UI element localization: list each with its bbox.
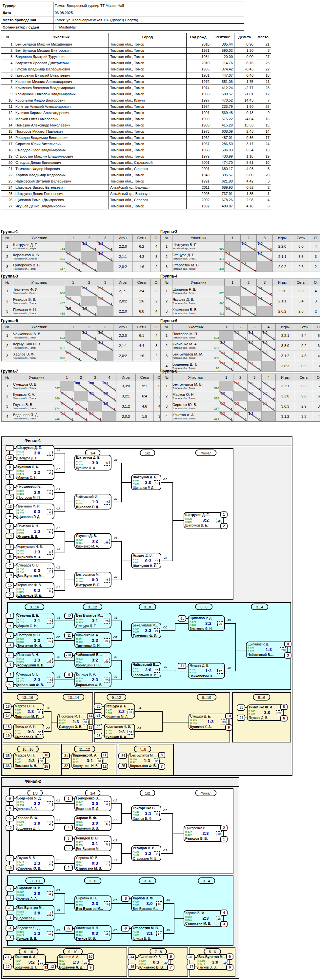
participant-delta: 3.00 — [234, 172, 255, 178]
player-ratings: R:475R:575 — [18, 618, 27, 624]
group-player-sub: Томская обл., Томск385 — [172, 356, 219, 360]
connector-line — [11, 727, 13, 727]
group-points: 3 — [313, 361, 320, 372]
group-title: Группа-5 — [1, 318, 18, 323]
player-rating-top: R:287 — [18, 891, 27, 894]
group-score-cell: 3:12 — [97, 341, 113, 351]
group-score: 3:0 — [248, 341, 253, 345]
connector-line — [102, 715, 104, 716]
connector-line — [65, 570, 65, 591]
player-name-bottom: Помазан А. Н. — [15, 764, 44, 768]
connector-line — [161, 853, 172, 854]
loser-destination-ref: -11 — [56, 799, 60, 802]
participant-row: 13Марков Олег НиколаевичТомская обл., То… — [1, 116, 271, 122]
group-header-cell: О. — [310, 279, 320, 286]
player-name-top: Кириенко М. А. — [76, 633, 110, 637]
connector-line — [174, 918, 184, 919]
seed-badge: 2 — [6, 592, 14, 598]
round-pill: 3...8 — [84, 877, 101, 884]
participant-number: 4 — [1, 60, 14, 66]
group-score: 3:0 — [99, 331, 103, 334]
seed-badge: 6 — [6, 554, 14, 560]
group-player-sub: Томская обл., Томск501 — [13, 346, 65, 350]
connector-line — [11, 756, 13, 756]
round-pill: 3...4 — [251, 603, 268, 610]
connector-line — [14, 868, 16, 868]
match-box: Боденеев Я. Д.R:115R:2343:21Кочетов А. А… — [16, 795, 54, 811]
group-score: 3:1 — [99, 341, 103, 345]
seed-badge: -17 — [186, 964, 195, 970]
connector-line — [121, 630, 131, 631]
match-score: 0:3 — [149, 959, 163, 965]
participant-delta: 3.17 — [234, 141, 255, 147]
player-rating-top: R:385 — [198, 959, 208, 962]
group-score-points: 1 — [72, 418, 73, 421]
info-label: Турнир — [1, 2, 53, 9]
loser-destination-ref: -34 — [137, 706, 141, 710]
group-row-number: 2 — [161, 391, 172, 401]
match-middle: R:622R:4713:025 — [133, 667, 160, 673]
group-self-cell — [234, 341, 248, 351]
group-score-cell: 1:31 — [65, 262, 81, 272]
player-ratings: R:569R:575 — [18, 469, 27, 476]
participant-delta: -2.77 — [234, 85, 255, 91]
seed-badge: 7 — [6, 855, 14, 861]
group-player-region: Алтайский кр., Барн... — [13, 247, 38, 250]
connector-line — [175, 671, 188, 671]
participant-birth-year: 2001 — [186, 166, 211, 172]
group-score-cell: 0:31 — [65, 351, 81, 361]
group-score-points: 2 — [86, 387, 87, 391]
group-player-cell: Григоренко В. В.Томская обл., Томск447 — [13, 262, 65, 272]
group-self-cell — [248, 351, 262, 361]
participant-place: 13 — [255, 147, 271, 153]
group-player-cell: Стецура Д. Е.Томская обл., Стре...475 — [172, 251, 224, 262]
group-score: 0:3 — [220, 412, 225, 415]
player-name-top: Харлов В. Ф. — [185, 911, 222, 915]
group-player-rating: 569 — [55, 397, 60, 400]
group-row-number: 2 — [161, 341, 172, 351]
group-header-cell: Игры — [113, 323, 133, 331]
connector-line — [172, 834, 184, 834]
group-header-cell: 1 — [60, 374, 74, 381]
participant-number: 16 — [1, 135, 14, 141]
player-name-bottom: Куликов К. А. — [105, 735, 134, 739]
match-score: 3:1 — [27, 618, 47, 624]
participant-city: Алтайский кр., Барнаул — [109, 191, 186, 197]
match-number: 33 — [221, 719, 227, 724]
participant-place: 1 — [255, 191, 271, 197]
match-number: 9 — [104, 461, 110, 466]
round-pill: 13...16 — [17, 694, 38, 700]
player-ratings: R:738R:475 — [18, 450, 27, 456]
player-ratings: R:415R:490 — [18, 528, 27, 535]
connector-line — [14, 585, 16, 586]
match-box: Шатруков Д. Е.R:738R:6783:013Щипалов Р. … — [131, 474, 161, 490]
player-rating-bottom: R:431 — [76, 863, 86, 866]
match-number: 2 — [47, 821, 53, 826]
participant-name: Кормушкин Николай Владимирович — [14, 91, 109, 97]
match-box: Сиротюк Ю. В.R:287R:4120:320Клименко В. … — [138, 954, 170, 970]
group-games: 3,1:2 — [276, 351, 295, 361]
group-row-number: 3 — [161, 306, 172, 317]
seed-badge: -22 — [94, 724, 102, 730]
group-header-cell: О. — [313, 323, 320, 331]
player-name-bottom: Шатруков В. Е. — [18, 594, 53, 598]
match-box: Старостин М. В.R:431R:3743:117Глухов В. … — [131, 925, 164, 941]
match-middle: R:385R:203:012 — [18, 910, 53, 916]
player-ratings: R:680R:490 — [248, 710, 258, 716]
place-badge: 5 — [226, 953, 234, 960]
player-rating-bottom: R:20 — [18, 913, 27, 916]
group-title: Группа-2 — [160, 229, 177, 234]
round-pill: 1/4 — [85, 790, 100, 796]
match-middle: R:608R:5971:337 — [59, 719, 89, 725]
participant-place: 21 — [255, 41, 271, 48]
participant-city: Томская обл., Томск — [109, 172, 186, 178]
match-box: Бек-Булатов М...R:590R:4711:330Корольков… — [129, 752, 161, 769]
group-self-cell — [248, 401, 262, 412]
participant-row: 1Бек-Булатов Максим МихайловичТомская об… — [1, 41, 271, 48]
connector-line — [54, 863, 75, 864]
player-rating-bottom: R:678 — [133, 483, 143, 485]
participant-name: Смердов Олег Владимирович — [14, 147, 109, 153]
participant-number: 11 — [1, 103, 14, 110]
group-score: 3:0 — [248, 391, 253, 395]
match-number: 1 — [47, 802, 53, 807]
